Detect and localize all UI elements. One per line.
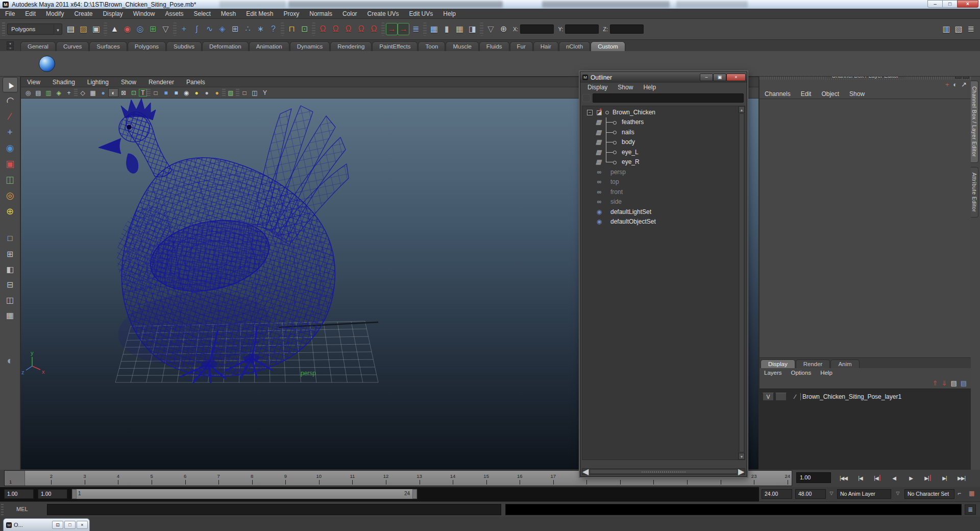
speed-control-icon[interactable]: ◐ bbox=[953, 81, 957, 88]
playback-start-field[interactable]: 1.00 bbox=[38, 489, 67, 499]
separator[interactable] bbox=[236, 89, 239, 96]
timeline-frame[interactable]: 12 bbox=[369, 471, 403, 486]
shelf-tab[interactable]: nCloth bbox=[559, 41, 590, 51]
outliner-window[interactable]: M Outliner – ▣ × DisplayShowHelp bbox=[580, 71, 747, 477]
select-hierarchy-icon[interactable]: ▲ bbox=[108, 22, 121, 36]
range-slider-bar[interactable]: 1 24 bbox=[71, 489, 418, 499]
lock-icon[interactable]: ⊓ bbox=[285, 22, 298, 36]
input-connections-icon[interactable]: → bbox=[386, 23, 398, 35]
auto-keyframe-icon[interactable]: ⌐ bbox=[958, 490, 961, 497]
timeline-frame[interactable]: 2 bbox=[35, 471, 68, 486]
scrollbar-thumb[interactable] bbox=[739, 113, 744, 452]
panel-menu-item[interactable]: Show bbox=[115, 79, 142, 86]
help-icon[interactable]: ? bbox=[267, 22, 280, 36]
move-snap-icon[interactable]: + bbox=[178, 22, 190, 36]
animation-preferences-icon[interactable]: ▦ bbox=[969, 490, 974, 497]
move-tool[interactable]: + bbox=[3, 125, 18, 140]
separator[interactable] bbox=[173, 22, 177, 36]
textured-mode-icon[interactable]: ● bbox=[98, 88, 108, 97]
snap-to-grid-icon[interactable]: Ω bbox=[316, 22, 329, 36]
texture-placement-icon[interactable]: T bbox=[139, 89, 147, 96]
panel-menu-item[interactable]: Panels bbox=[180, 79, 211, 86]
outliner-item[interactable]: side bbox=[582, 197, 738, 207]
channel-box-menu-item[interactable]: Channels bbox=[760, 90, 796, 98]
go-to-start-button[interactable]: |◀◀ bbox=[835, 471, 852, 485]
layer-editor-menu-item[interactable]: Options bbox=[787, 370, 816, 376]
gold-light-icon[interactable]: ● bbox=[212, 88, 222, 97]
character-set-dropdown-icon[interactable]: ▽ bbox=[894, 491, 901, 497]
shelf-tab[interactable]: Muscle bbox=[446, 41, 478, 51]
outliner-item[interactable]: eye_R bbox=[582, 157, 738, 167]
paint-effects-icon[interactable]: ∗ bbox=[254, 22, 267, 36]
channel-list-empty-area[interactable] bbox=[760, 99, 971, 357]
menu-item[interactable]: Assets bbox=[160, 10, 188, 17]
move-layer-down-icon[interactable]: ⇓ bbox=[942, 379, 947, 387]
select-mask-icon[interactable]: ⊞ bbox=[146, 22, 159, 36]
expand-toggle[interactable] bbox=[586, 218, 594, 225]
scale-tool[interactable]: ▣ bbox=[3, 156, 18, 172]
expand-toggle[interactable] bbox=[586, 149, 594, 156]
layout-two-stacked[interactable]: ⊟ bbox=[3, 277, 17, 292]
separator[interactable] bbox=[312, 22, 315, 36]
xray-mode-icon[interactable]: ⊠ bbox=[118, 88, 129, 97]
menu-item[interactable]: Display bbox=[97, 10, 128, 17]
layer-editor-menu-item[interactable]: Help bbox=[816, 370, 837, 376]
separator[interactable] bbox=[381, 22, 385, 36]
outliner-item[interactable]: persp bbox=[582, 167, 738, 177]
expand-toggle[interactable] bbox=[586, 158, 594, 165]
scroll-down-icon[interactable]: ▼ bbox=[739, 453, 745, 460]
ipr-render-icon[interactable]: ▦ bbox=[453, 22, 466, 36]
multi-pane-icon[interactable]: ◫ bbox=[250, 88, 260, 97]
outliner-item[interactable]: eye_L bbox=[582, 147, 738, 157]
save-scene-icon[interactable]: ▣ bbox=[90, 22, 103, 36]
timeline-frame[interactable]: 16 bbox=[503, 471, 536, 486]
playback-end-field[interactable]: 24.00 bbox=[762, 489, 792, 499]
camera-attributes-icon[interactable]: ◎ bbox=[23, 88, 33, 97]
quick-selection-dropdown-icon[interactable]: ▽ bbox=[484, 22, 497, 36]
outliner-menu-item[interactable]: Display bbox=[582, 84, 612, 91]
layer-editor-tab[interactable]: Render bbox=[796, 359, 830, 368]
separator[interactable] bbox=[222, 89, 226, 96]
layer-row[interactable]: V Brown_Chicken_Siting_Pose_layer1 bbox=[760, 391, 971, 402]
shaded-mode-icon[interactable]: ▦ bbox=[88, 88, 98, 97]
separator[interactable] bbox=[147, 89, 151, 96]
shelf-tab[interactable]: Rendering bbox=[330, 41, 372, 51]
share-nodes-icon[interactable]: Y bbox=[260, 88, 270, 97]
layout-hypershade[interactable]: ▦ bbox=[3, 308, 17, 322]
sidebar-vertical-tab[interactable]: Channel Box / Layer Editor bbox=[971, 81, 978, 163]
textured-cube-icon[interactable]: ■ bbox=[171, 88, 181, 97]
expand-toggle[interactable] bbox=[586, 129, 594, 136]
coordinate-input[interactable] bbox=[520, 25, 554, 34]
select-component-icon[interactable]: ◎ bbox=[134, 22, 146, 36]
shelf-tab[interactable]: Toon bbox=[418, 41, 445, 51]
open-scene-icon[interactable]: ▨ bbox=[77, 22, 90, 36]
outliner-item[interactable]: feathers bbox=[582, 117, 738, 128]
shelf-tab[interactable]: General bbox=[20, 41, 56, 51]
image-plane-icon[interactable]: ◈ bbox=[54, 88, 64, 97]
timeline-frame[interactable]: 9 bbox=[269, 471, 303, 486]
menu-item[interactable]: Modify bbox=[41, 10, 69, 17]
minimize-button[interactable]: – bbox=[927, 0, 943, 8]
panel-menu-item[interactable]: Lighting bbox=[81, 79, 115, 86]
lighting-mode-icon[interactable]: ◐ bbox=[108, 88, 118, 97]
render-current-frame-icon[interactable]: ▮ bbox=[440, 22, 453, 36]
timeline-frame[interactable]: 24 bbox=[771, 471, 792, 486]
expand-toggle[interactable] bbox=[586, 138, 594, 146]
filter-icon[interactable]: ▽ bbox=[159, 22, 172, 36]
wireframe-mode-icon[interactable]: ◇ bbox=[78, 88, 88, 97]
absolute-transform-icon[interactable]: ⊕ bbox=[497, 22, 510, 36]
layer-editor-tab[interactable]: Anim bbox=[830, 359, 859, 368]
filter-icon[interactable] bbox=[582, 94, 591, 102]
layer-visibility-toggle[interactable]: V bbox=[763, 393, 774, 401]
slider-mode-icon[interactable]: ↗ bbox=[961, 81, 967, 88]
layer-color-swatch[interactable] bbox=[791, 393, 799, 401]
outliner-item[interactable]: front bbox=[582, 187, 738, 197]
camera-select-icon[interactable]: ▤ bbox=[33, 88, 43, 97]
outliner-item[interactable]: defaultLightSet bbox=[582, 207, 738, 217]
outliner-title-bar[interactable]: M Outliner – ▣ × bbox=[580, 72, 747, 83]
outliner-menu-item[interactable]: Show bbox=[612, 84, 638, 91]
timeline-frame[interactable]: 3 bbox=[68, 471, 102, 486]
select-tool[interactable]: ▲ bbox=[3, 77, 18, 92]
anim-layer-field[interactable]: No Anim Layer bbox=[837, 489, 891, 499]
timeline-frame[interactable]: 6 bbox=[168, 471, 202, 486]
